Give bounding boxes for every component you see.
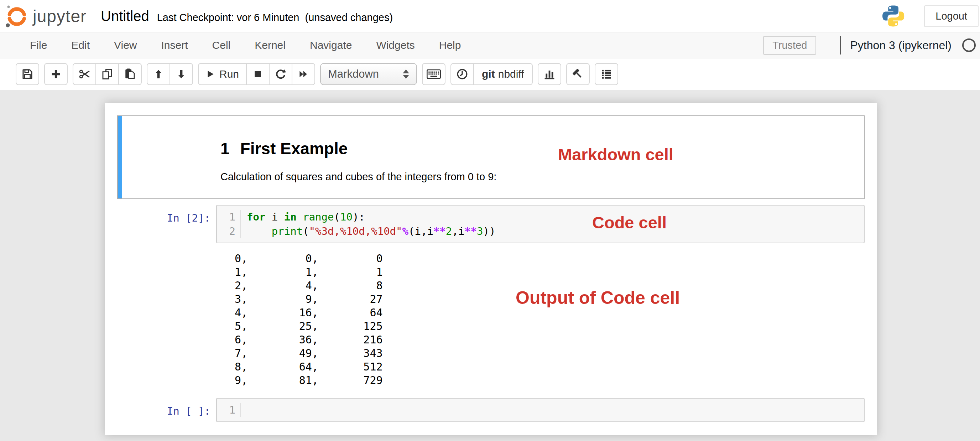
notebook-area: 1First Example Calculation of squares an… <box>0 90 980 441</box>
menu-file[interactable]: File <box>18 39 59 51</box>
output-line: 0, 0, 0 <box>222 252 383 265</box>
menubar: File Edit View Insert Cell Kernel Naviga… <box>0 32 980 59</box>
annotation-markdown-cell: Markdown cell <box>558 145 673 164</box>
jupyter-logo-icon <box>4 3 29 29</box>
copy-cell-button[interactable] <box>95 63 119 85</box>
checkpoint-text: Last Checkpoint: vor 6 Minuten <box>157 12 299 24</box>
heading-number: 1 <box>220 139 230 158</box>
gavel-icon <box>572 68 584 80</box>
output-line: 1, 1, 1 <box>222 265 383 279</box>
keyboard-icon <box>426 69 441 79</box>
line-number: 2 <box>217 224 235 238</box>
output-line: 8, 64, 512 <box>222 360 383 374</box>
empty-code-editor[interactable] <box>241 403 247 417</box>
output-prompt <box>117 252 216 387</box>
unsaved-changes-text: (unsaved changes) <box>305 12 393 24</box>
restart-run-all-button[interactable] <box>292 63 315 85</box>
insert-cell-below-button[interactable] <box>44 63 68 85</box>
title-area: Untitled Last Checkpoint: vor 6 Minuten … <box>101 8 393 24</box>
menu-edit[interactable]: Edit <box>59 39 102 51</box>
table-of-contents-button[interactable] <box>595 63 618 85</box>
restart-kernel-button[interactable] <box>269 63 292 85</box>
command-palette-button[interactable] <box>422 63 445 85</box>
toolbar: Run Markdown <box>0 59 980 90</box>
interrupt-kernel-button[interactable] <box>246 63 270 85</box>
git-label: git <box>482 68 495 80</box>
nbdiff-label: nbdiff <box>498 68 524 80</box>
play-icon <box>206 70 215 79</box>
save-icon <box>21 68 33 80</box>
trusted-badge[interactable]: Trusted <box>763 36 816 55</box>
menu-kernel[interactable]: Kernel <box>242 39 298 51</box>
cell-type-value: Markdown <box>328 68 379 81</box>
dropdown-arrows-icon <box>403 70 409 79</box>
empty-input-prompt: In [ ]: <box>117 398 216 422</box>
menu-navigate[interactable]: Navigate <box>298 39 364 51</box>
output-line: 6, 36, 216 <box>222 333 383 347</box>
jupyter-notebook-app: jupyter Untitled Last Checkpoint: vor 6 … <box>0 0 980 441</box>
header: jupyter Untitled Last Checkpoint: vor 6 … <box>0 0 980 32</box>
menu-help[interactable]: Help <box>427 39 473 51</box>
logout-button[interactable]: Logout <box>924 5 978 27</box>
copy-icon <box>101 68 113 80</box>
move-cell-down-button[interactable] <box>170 63 193 85</box>
output-area: 0, 0, 0 1, 1, 1 2, 4, 8 3, 9, 27 4, 16, … <box>117 252 865 387</box>
line-number-gutter: 1 <box>217 403 241 417</box>
bar-chart-icon <box>543 68 555 80</box>
code-input-area[interactable]: 1 2 for i in range(10): print("%3d,%10d,… <box>216 205 865 243</box>
paste-cell-button[interactable] <box>118 63 142 85</box>
empty-code-input-area[interactable]: 1 <box>216 398 865 422</box>
code-line-2: print("%3d,%10d,%10d"%(i,i**2,i**3)) <box>247 224 495 238</box>
paste-icon <box>124 68 136 80</box>
empty-code-cell[interactable]: In [ ]: 1 <box>117 398 865 422</box>
line-number: 1 <box>217 403 235 417</box>
annotation-output-cell: Output of Code cell <box>515 288 680 308</box>
cell-type-dropdown[interactable]: Markdown <box>320 63 417 85</box>
python-logo-icon <box>881 4 905 28</box>
notebook-title[interactable]: Untitled <box>101 8 149 24</box>
line-number: 1 <box>217 210 235 224</box>
output-line: 7, 49, 343 <box>222 347 383 360</box>
list-icon <box>600 68 612 80</box>
jupyter-logo-text: jupyter <box>33 6 86 26</box>
annotation-code-cell: Code cell <box>592 213 667 232</box>
notebook-page: 1First Example Calculation of squares an… <box>105 103 877 435</box>
code-line-1: for i in range(10): <box>247 210 495 224</box>
code-editor[interactable]: for i in range(10): print("%3d,%10d,%10d… <box>241 210 495 238</box>
markdown-paragraph: Calculation of squares and cubes of the … <box>220 171 864 183</box>
arrow-up-icon <box>153 69 164 80</box>
markdown-heading: 1First Example <box>220 139 864 158</box>
menu-view[interactable]: View <box>102 39 149 51</box>
kernel-divider <box>840 36 841 54</box>
code-cell[interactable]: In [2]: 1 2 for i in range(10): print("%… <box>117 205 865 243</box>
menubar-right: Trusted Python 3 (ipykernel) <box>763 36 980 55</box>
menu-cell[interactable]: Cell <box>200 39 243 51</box>
output-line: 2, 4, 8 <box>222 279 383 293</box>
output-line: 9, 81, 729 <box>222 374 383 387</box>
output-line: 5, 25, 125 <box>222 320 383 333</box>
menu-insert[interactable]: Insert <box>149 39 200 51</box>
scissors-icon <box>78 68 91 80</box>
line-number-gutter: 1 2 <box>217 210 241 238</box>
output-line: 4, 16, 64 <box>222 306 383 320</box>
move-cell-up-button[interactable] <box>147 63 170 85</box>
input-prompt: In [2]: <box>117 205 216 243</box>
markdown-cell[interactable]: 1First Example Calculation of squares an… <box>117 115 865 199</box>
heading-title: First Example <box>240 139 348 158</box>
git-nbdiff-button[interactable]: git nbdiff <box>473 63 533 85</box>
markdown-rendered: 1First Example Calculation of squares an… <box>220 116 864 198</box>
fast-forward-icon <box>298 69 309 80</box>
nbextensions-button[interactable] <box>566 63 590 85</box>
output-text: 0, 0, 0 1, 1, 1 2, 4, 8 3, 9, 27 4, 16, … <box>216 252 383 387</box>
run-button[interactable]: Run <box>198 63 247 85</box>
jupyter-logo[interactable]: jupyter <box>4 3 86 29</box>
output-line: 3, 9, 27 <box>222 293 383 306</box>
save-button[interactable] <box>16 63 39 85</box>
refresh-icon <box>275 68 286 80</box>
clock-icon <box>456 68 468 80</box>
cut-cell-button[interactable] <box>73 63 96 85</box>
variable-inspector-button[interactable] <box>538 63 561 85</box>
menu-widgets[interactable]: Widgets <box>364 39 426 51</box>
kernel-name: Python 3 (ipykernel) <box>850 39 951 52</box>
checkpoint-diff-button[interactable] <box>450 63 474 85</box>
